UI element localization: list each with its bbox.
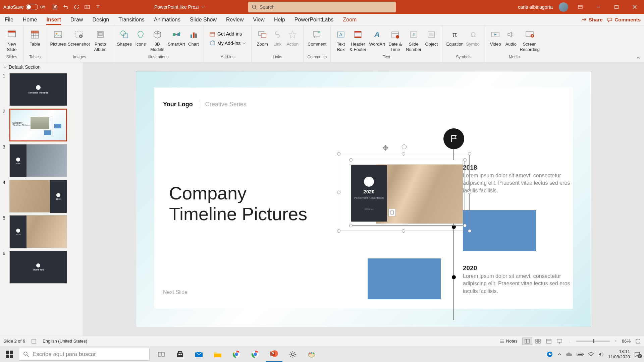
collapse-ribbon-button[interactable] [636,55,641,60]
notes-button[interactable]: Notes [499,339,518,344]
save-icon[interactable] [52,4,58,10]
zoom-button[interactable]: Zoom [254,27,270,47]
fit-to-window-button[interactable] [635,339,641,344]
slide-title[interactable]: Company Timeline Pictures [169,183,307,224]
reading-view-button[interactable] [544,338,554,345]
slide[interactable]: Your Logo Creative Series Company Timeli… [136,71,591,327]
search-input[interactable]: Search [248,2,396,12]
file-explorer-icon[interactable] [209,346,226,362]
tab-file[interactable]: File [0,14,18,25]
resize-handle[interactable] [402,152,405,156]
link-button[interactable]: Link [270,27,284,47]
battery-icon[interactable] [577,352,584,357]
resize-handle[interactable] [349,224,353,227]
windows-search-input[interactable]: Escribe aquí para buscar [19,348,150,361]
slide-series[interactable]: Creative Series [205,101,247,108]
zoom-out-button[interactable]: − [569,339,572,344]
tab-powerpointlabs[interactable]: PowerPointLabs [290,14,338,25]
thumbnail-3[interactable]: 3 2018 [0,143,83,178]
comment-button[interactable]: Comment [306,27,328,47]
onedrive-icon[interactable] [566,352,573,357]
paint-icon[interactable] [303,346,320,362]
redo-icon[interactable] [73,4,79,10]
chrome-icon[interactable] [228,346,245,362]
video-button[interactable]: Video [488,27,503,47]
start-from-beginning-icon[interactable] [84,4,90,10]
start-button[interactable] [0,346,19,362]
photo-album-button[interactable]: Photo Album [91,27,110,52]
next-slide-label[interactable]: Next Slide [163,289,187,295]
slideshow-view-button[interactable] [554,338,565,345]
share-button[interactable]: Share [581,17,603,22]
resize-handle[interactable] [337,229,340,233]
new-slide-button[interactable]: New Slide [3,27,21,52]
rotate-handle[interactable] [402,144,407,149]
meet-now-icon[interactable] [546,351,553,358]
tab-view[interactable]: View [249,14,269,25]
tab-home[interactable]: Home [18,14,42,25]
ribbon-display-button[interactable] [574,1,586,13]
wifi-icon[interactable] [588,352,594,357]
resize-handle[interactable] [337,191,340,194]
resize-handle[interactable] [468,191,471,194]
tab-zoom[interactable]: Zoom [338,14,361,25]
timeline-desc-2020[interactable]: Lorem ipsum dolor sit amevt, consectetur… [463,273,570,295]
wordart-button[interactable]: A WordArt [368,27,386,47]
close-button[interactable] [629,1,641,13]
resize-handle[interactable] [468,152,471,156]
tab-transitions[interactable]: Transitions [114,14,149,25]
timeline-year-2020[interactable]: 2020 [463,264,477,272]
zoom-level[interactable]: 86% [622,339,631,344]
document-title[interactable]: PowerPoint like Prezi [154,4,205,10]
thumbnail-5[interactable]: 5 2020 [0,214,83,249]
clock[interactable]: 18:11 11/08/2020 [608,349,630,359]
language-indicator[interactable]: English (United States) [43,339,87,344]
tab-animations[interactable]: Animations [149,14,185,25]
action-button[interactable]: Action [284,27,301,47]
thumbnail-4[interactable]: 4 2019 [0,178,83,214]
tab-review[interactable]: Review [221,14,248,25]
timeline-desc-2018[interactable]: Lorem ipsum dolor sit amevt, consectetur… [463,172,570,194]
slide-thumbnail-panel[interactable]: Default Section 1 Timeline Pictures 2 Co… [0,62,83,336]
user-avatar[interactable] [559,2,568,12]
tab-draw[interactable]: Draw [66,14,88,25]
thumbnail-2[interactable]: 2 CompanyTimeline Pictures [0,107,83,143]
chrome-canary-icon[interactable] [247,346,264,362]
resize-handle[interactable] [463,158,467,162]
datetime-button[interactable]: Date & Time [386,27,404,52]
thumbnail-6[interactable]: 6 Thank You [0,249,83,285]
textbox-button[interactable]: A Text Box [333,27,348,52]
chart-button[interactable]: Chart [186,27,201,47]
smartart-button[interactable]: SmartArt [167,27,186,47]
resize-handle[interactable] [337,152,340,156]
symbol-button[interactable]: Ω Symbol [465,27,482,47]
my-addins-button[interactable]: My Add-ins [207,40,249,47]
resize-handle[interactable] [468,229,471,233]
object-button[interactable]: Object [423,27,439,47]
slide-canvas[interactable]: Your Logo Creative Series Company Timeli… [83,62,644,336]
slide-sorter-button[interactable] [533,338,543,345]
section-header[interactable]: Default Section [0,62,83,72]
normal-view-button[interactable] [522,338,532,345]
volume-icon[interactable] [598,352,604,357]
audio-button[interactable]: Audio [503,27,519,47]
icons-button[interactable]: Icons [133,27,148,47]
qat-customize-icon[interactable] [95,4,101,10]
accessibility-icon[interactable] [31,339,37,344]
equation-button[interactable]: π Equation [445,27,465,47]
screen-recording-button[interactable]: Screen Recording [519,27,541,52]
get-addins-button[interactable]: Get Add-ins [207,30,249,38]
tray-chevron-icon[interactable] [557,352,562,357]
resize-handle[interactable] [402,229,405,233]
minimize-button[interactable] [592,1,604,13]
timeline-box-2019[interactable] [463,210,536,251]
resize-handle[interactable] [349,158,353,162]
header-footer-button[interactable]: Header & Footer [348,27,368,52]
tab-slideshow[interactable]: Slide Show [185,14,221,25]
powerpoint-icon[interactable]: P [266,346,282,362]
pictures-button[interactable]: Pictures [49,27,67,47]
table-button[interactable]: Table [26,27,43,47]
resize-handle[interactable] [463,224,467,227]
user-name[interactable]: carla albinagorta [518,4,553,10]
mail-icon[interactable] [191,346,207,362]
